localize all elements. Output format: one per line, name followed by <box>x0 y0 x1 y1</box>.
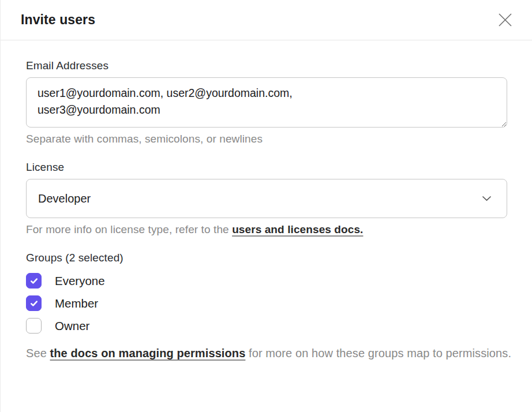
groups-section: Groups (2 selected) Everyone <box>26 252 507 362</box>
group-label-owner: Owner <box>55 319 89 333</box>
email-helper-text: Separate with commas, semicolons, or new… <box>26 133 507 145</box>
group-label-member: Member <box>55 297 98 310</box>
managing-permissions-docs-link[interactable]: the docs on managing permissions <box>50 347 246 359</box>
invite-users-modal: Invite users Email Addresses user1@yourd… <box>0 0 532 412</box>
modal-body: Email Addresses user1@yourdomain.com, us… <box>1 40 532 362</box>
close-icon <box>498 13 512 27</box>
email-label: Email Addresses <box>26 59 507 72</box>
license-helper-prefix: For more info on license type, refer to … <box>26 223 232 235</box>
groups-helper-suffix: for more on how these groups map to perm… <box>245 347 511 359</box>
email-section: Email Addresses user1@yourdomain.com, us… <box>26 59 507 145</box>
close-button[interactable] <box>496 12 514 29</box>
checkbox-owner[interactable] <box>26 318 42 334</box>
license-selected-value: Developer <box>38 192 91 205</box>
checkbox-member[interactable] <box>26 295 42 311</box>
modal-header: Invite users <box>1 0 532 40</box>
chevron-down-icon <box>482 196 492 201</box>
modal-title: Invite users <box>21 12 95 28</box>
group-row-owner[interactable]: Owner <box>26 318 507 334</box>
groups-label: Groups (2 selected) <box>26 252 507 264</box>
groups-helper-prefix: See <box>26 347 50 359</box>
license-label: License <box>26 161 507 174</box>
group-row-everyone[interactable]: Everyone <box>26 273 507 289</box>
license-select[interactable]: Developer <box>26 179 507 218</box>
group-label-everyone: Everyone <box>55 274 105 288</box>
license-helper-text: For more info on license type, refer to … <box>26 223 507 236</box>
checkbox-everyone[interactable] <box>26 273 42 289</box>
email-input[interactable]: user1@yourdomain.com, user2@yourdomain.c… <box>26 77 507 128</box>
users-licenses-docs-link[interactable]: users and licenses docs. <box>232 223 363 235</box>
checkmark-icon <box>29 276 39 286</box>
groups-helper-text: See the docs on managing permissions for… <box>26 345 514 362</box>
checkmark-icon <box>29 299 39 308</box>
license-section: License Developer For more info on licen… <box>26 161 507 236</box>
group-row-member[interactable]: Member <box>26 295 507 311</box>
